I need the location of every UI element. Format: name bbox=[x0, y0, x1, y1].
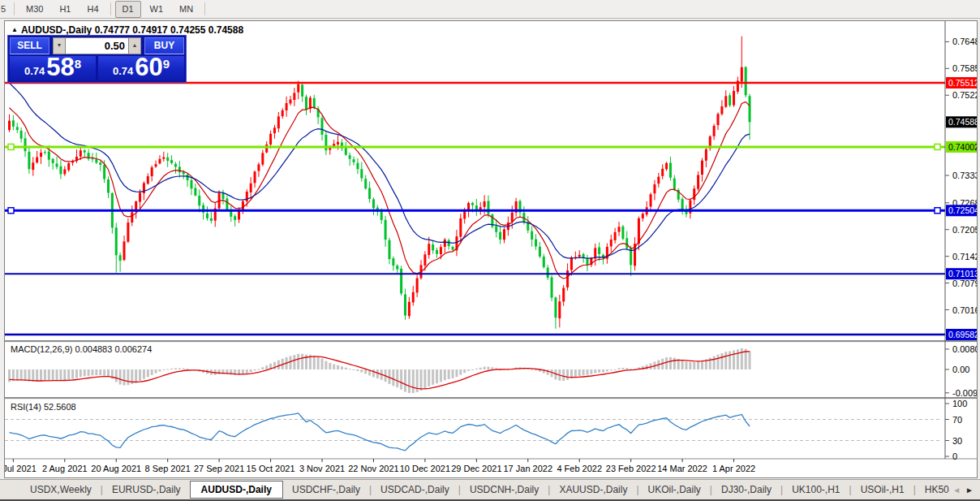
candle bbox=[558, 301, 561, 318]
timeframe-button-mn[interactable]: MN bbox=[172, 1, 200, 18]
candle bbox=[155, 164, 157, 166]
candle bbox=[158, 159, 161, 164]
candle bbox=[653, 184, 655, 193]
buy-price-point: 9 bbox=[163, 57, 170, 71]
candle bbox=[436, 250, 438, 254]
chart-canvas[interactable]: 0.764800.758500.752200.733300.726850.720… bbox=[5, 21, 977, 477]
candle bbox=[194, 188, 196, 196]
candle bbox=[423, 254, 426, 266]
candle bbox=[59, 166, 62, 175]
chart-title: ▲AUDUSD-,Daily 0.74777 0.74917 0.74255 0… bbox=[11, 24, 243, 36]
candle bbox=[36, 158, 38, 163]
volume-decrease-icon[interactable]: ▼ bbox=[53, 37, 66, 54]
timeframe-button-h4[interactable]: H4 bbox=[80, 1, 105, 18]
rsi-tick: 0 bbox=[952, 451, 957, 461]
price-tick: 0.76480 bbox=[952, 37, 977, 46]
symbol-period-label: AUDUSD-,Daily bbox=[21, 24, 92, 36]
candle bbox=[408, 302, 410, 317]
tab-usdx-weekly[interactable]: USDX,Weekly bbox=[21, 482, 101, 498]
timeframe-button-5[interactable]: 5 bbox=[0, 1, 10, 18]
candle bbox=[650, 194, 652, 206]
candle bbox=[246, 192, 248, 201]
candle bbox=[321, 118, 324, 134]
candle bbox=[84, 150, 86, 153]
tab-audusd-daily[interactable]: AUDUSD-,Daily bbox=[190, 481, 283, 499]
price-tick: 0.75850 bbox=[952, 63, 977, 73]
candle bbox=[618, 227, 621, 231]
macd-rsi-divider[interactable] bbox=[5, 397, 977, 399]
buy-price-display[interactable]: 0.74 60 9 bbox=[98, 56, 184, 80]
date-label: 8 Sep 2021 bbox=[145, 464, 191, 473]
tab-xauusd-daily[interactable]: XAUUSD-,Daily bbox=[550, 482, 636, 498]
candle bbox=[729, 95, 731, 105]
candle bbox=[598, 248, 600, 254]
candle bbox=[261, 153, 264, 164]
candle bbox=[717, 114, 720, 125]
tab-eurusd-daily[interactable]: EURUSD-,Daily bbox=[103, 482, 190, 498]
candle bbox=[99, 162, 101, 165]
date-label: 20 Aug 2021 bbox=[91, 464, 141, 473]
date-axis[interactable]: 14 Jul 20212 Aug 202120 Aug 20218 Sep 20… bbox=[5, 459, 755, 473]
macd-tick: 0.008061 bbox=[952, 344, 977, 354]
tab-uk100-h1[interactable]: UK100-,H1 bbox=[783, 482, 849, 498]
date-label: 17 Jan 2022 bbox=[503, 464, 552, 473]
buy-price-major: 0.74 bbox=[113, 65, 133, 77]
tab-usdcnh-daily[interactable]: USDCNH-,Daily bbox=[461, 482, 548, 498]
timeframe-button-d1[interactable]: D1 bbox=[115, 1, 141, 18]
candle bbox=[286, 103, 288, 110]
date-label: 10 Dec 2021 bbox=[400, 464, 450, 473]
tab-dj30-daily[interactable]: DJ30-,Daily bbox=[712, 482, 780, 498]
candle bbox=[48, 152, 50, 160]
candle bbox=[385, 220, 387, 240]
tab-usdchf-daily[interactable]: USDCHF-,Daily bbox=[283, 482, 369, 498]
candle bbox=[364, 179, 367, 188]
support-line-green-handle[interactable] bbox=[8, 144, 14, 149]
candle bbox=[282, 110, 284, 116]
volume-field[interactable]: 0.50 bbox=[66, 37, 128, 54]
candle bbox=[428, 244, 430, 255]
sell-price-display[interactable]: 0.74 58 8 bbox=[10, 56, 96, 80]
tab-scroll-left-icon[interactable]: ◄ bbox=[952, 486, 961, 495]
candle bbox=[673, 179, 676, 190]
tab-usoil-h1[interactable]: USOil-,H1 bbox=[852, 482, 913, 498]
collapse-arrow-icon[interactable]: ▲ bbox=[11, 26, 18, 33]
candle bbox=[103, 165, 105, 179]
candle bbox=[404, 294, 406, 315]
sell-button[interactable]: SELL bbox=[10, 37, 49, 54]
timeframe-button-w1[interactable]: W1 bbox=[143, 1, 171, 18]
date-label: 22 Nov 2021 bbox=[348, 464, 398, 473]
svg-text:0.71013: 0.71013 bbox=[948, 269, 977, 279]
horizontal-level-lines bbox=[5, 83, 945, 335]
volume-increase-icon[interactable]: ▲ bbox=[128, 37, 141, 54]
support-line-blue-handle[interactable] bbox=[8, 208, 14, 214]
candle bbox=[665, 163, 668, 169]
buy-button[interactable]: BUY bbox=[144, 37, 184, 54]
candle bbox=[91, 158, 93, 159]
timeframe-button-h1[interactable]: H1 bbox=[52, 1, 78, 18]
rsi-indicator-label: RSI(14) 52.5608 bbox=[11, 402, 76, 412]
candle bbox=[535, 240, 537, 247]
candle bbox=[741, 67, 743, 82]
timeframe-toolbar: 5M30H1H4D1W1MN bbox=[0, 0, 980, 19]
support-line-green-handle[interactable] bbox=[935, 144, 940, 149]
candle bbox=[412, 292, 415, 303]
tab-usdcad-daily[interactable]: USDCAD-,Daily bbox=[372, 482, 458, 498]
sell-price-major: 0.74 bbox=[24, 65, 45, 77]
pane-dividers[interactable] bbox=[5, 340, 977, 459]
support-line-blue-handle[interactable] bbox=[935, 208, 940, 214]
tab-ukoil-daily[interactable]: UKOil-,Daily bbox=[639, 482, 710, 498]
candle bbox=[657, 177, 660, 184]
candle bbox=[610, 240, 612, 246]
candle bbox=[531, 231, 533, 240]
candle bbox=[487, 201, 489, 214]
tab-scroll-right-icon[interactable]: ► bbox=[965, 486, 974, 495]
ma-fast-line bbox=[10, 101, 750, 279]
timeframe-button-m30[interactable]: M30 bbox=[19, 1, 50, 18]
candle bbox=[277, 116, 280, 128]
candle bbox=[305, 97, 307, 110]
candle bbox=[250, 184, 252, 192]
main-macd-divider[interactable] bbox=[5, 340, 977, 342]
candle bbox=[20, 131, 23, 139]
candle bbox=[166, 158, 169, 161]
rsi-pane bbox=[5, 413, 942, 451]
